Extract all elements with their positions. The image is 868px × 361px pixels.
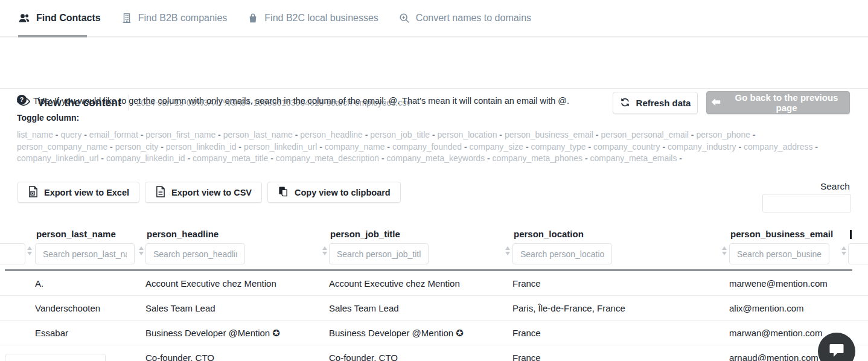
column-filter-person-job-title[interactable]	[329, 243, 429, 264]
column-header-person-business-email: person_business_email	[730, 229, 833, 239]
toggle-column-item[interactable]: person_headline	[300, 130, 363, 139]
toggle-column-item[interactable]: person_linkedin_id	[166, 142, 237, 152]
toggle-column-item[interactable]: company_meta_emails	[590, 153, 677, 163]
toggle-column-separator: -	[107, 142, 115, 152]
toggle-column-item[interactable]: email_format	[89, 130, 138, 139]
sort-toggle-icon[interactable]	[138, 246, 144, 255]
active-tab-underline	[18, 35, 87, 37]
table-row[interactable]: Co-founder, CTO Co-founder, CTO France a…	[0, 345, 868, 361]
copy-clipboard-label: Copy view to clipboard	[295, 188, 391, 197]
toggle-column-item[interactable]: company_country	[593, 142, 660, 152]
column-filter-input-clipped-left[interactable]	[0, 243, 25, 264]
toggle-column-separator: -	[812, 142, 818, 152]
column-filter-person-location[interactable]	[512, 243, 612, 264]
tab-label: Find Contacts	[36, 13, 101, 24]
toggle-column-separator: -	[385, 142, 392, 152]
toggle-column-item[interactable]: company_industry	[668, 142, 736, 152]
tab-find-b2c-local-businesses[interactable]: Find B2C local businesses	[247, 13, 378, 24]
refresh-icon	[620, 97, 630, 109]
column-header-person-last-name: person_last_name	[36, 229, 116, 239]
toggle-column-separator: -	[677, 153, 682, 163]
toggle-column-separator: -	[586, 142, 593, 152]
toggle-column-item[interactable]: company_name	[325, 142, 385, 152]
column-filter-person-business-email[interactable]	[729, 243, 829, 264]
toggle-column-separator: -	[215, 130, 223, 139]
column-filter-input-clipped-right[interactable]	[848, 243, 868, 264]
column-filter-person-last-name[interactable]	[35, 243, 135, 264]
toggle-column-item[interactable]: company_meta_title	[193, 153, 268, 163]
toggle-column-separator: -	[293, 130, 300, 139]
cell-person-business-email: alix@mention.com	[729, 296, 804, 321]
sort-toggle-icon[interactable]	[841, 246, 847, 255]
cell-person-job-title: Sales Team Lead	[329, 296, 399, 321]
toggle-column-item[interactable]: company_address	[744, 142, 812, 152]
tab-label: Find B2B companies	[138, 13, 228, 24]
toggle-column-separator: -	[660, 142, 668, 152]
toggle-column-item[interactable]: person_city	[115, 142, 159, 152]
export-csv-label: Export view to CSV	[171, 188, 252, 197]
table-row[interactable]: Vanderschooten Sales Team Lead Sales Tea…	[0, 296, 868, 321]
toggle-column-item[interactable]: person_personal_email	[601, 130, 689, 139]
toggle-column-item[interactable]: company_type	[531, 142, 586, 152]
tab-find-contacts[interactable]: Find Contacts	[18, 13, 101, 24]
top-tab-bar: Find Contacts Find B2B companies Find B2…	[0, 0, 868, 37]
magnifier-icon	[399, 13, 410, 24]
row-inline-input-box[interactable]	[5, 354, 106, 361]
toggle-column-separator: -	[158, 142, 165, 152]
sort-toggle-icon[interactable]	[721, 246, 727, 255]
table-row[interactable]: A. Account Executive chez Mention Accoun…	[0, 271, 868, 296]
toggle-column-item[interactable]: person_first_name	[145, 130, 215, 139]
toggle-column-item[interactable]: person_job_title	[370, 130, 430, 139]
toggle-column-separator: -	[582, 153, 590, 163]
sort-toggle-icon[interactable]	[322, 246, 328, 255]
toggle-column-item[interactable]: list_name	[17, 130, 53, 139]
export-csv-button[interactable]: Export view to CSV	[145, 182, 262, 203]
cell-person-location: France	[512, 345, 541, 361]
toggle-column-item[interactable]: company_meta_phones	[493, 153, 582, 163]
toggle-column-separator: -	[138, 130, 145, 139]
toggle-column-separator: -	[185, 153, 193, 163]
toggle-column-separator: -	[81, 130, 89, 139]
cell-person-business-email: marwene@mention.com	[729, 271, 828, 296]
tips-row: ? Tips: If you would like to get the col…	[17, 95, 569, 106]
cell-person-headline: Co-founder, CTO	[145, 345, 214, 361]
toggle-column-separator: -	[462, 142, 469, 152]
csv-file-icon	[155, 186, 165, 199]
toggle-column-item[interactable]: person_last_name	[223, 130, 293, 139]
tab-label: Convert names to domains	[416, 13, 531, 24]
copy-clipboard-button[interactable]: Copy view to clipboard	[267, 182, 401, 203]
export-toolbar: Export view to Excel Export view to CSV …	[18, 182, 401, 203]
toggle-column-item[interactable]: company_size	[470, 142, 524, 152]
global-search-input[interactable]	[762, 194, 851, 212]
page-header: View the content 2024-Jan-13-03%3A47%3A3…	[0, 39, 868, 89]
chat-bubble-icon	[828, 342, 846, 361]
tab-convert-names-to-domains[interactable]: Convert names to domains	[399, 13, 531, 24]
sort-toggle-icon[interactable]	[505, 246, 511, 255]
toggle-column-separator: -	[379, 153, 386, 163]
toggle-column-item[interactable]: person_company_name	[17, 142, 107, 152]
column-filter-person-headline[interactable]	[145, 243, 245, 264]
global-search-label: Search	[820, 181, 850, 192]
go-back-button[interactable]: Go back to the previous page	[706, 91, 850, 114]
toggle-column-item[interactable]: company_meta_description	[276, 153, 379, 163]
cell-person-location: France	[512, 271, 541, 296]
toggle-column-item[interactable]: company_founded	[392, 142, 462, 152]
toggle-column-item[interactable]: company_meta_keywords	[387, 153, 485, 163]
toggle-column-item[interactable]: person_phone	[696, 130, 750, 139]
toggle-column-separator: -	[593, 130, 601, 139]
toggle-column-item[interactable]: company_linkedin_id	[106, 153, 185, 163]
table-row[interactable]: Essabar Business Developer @Mention ✪ Bu…	[0, 321, 868, 345]
toggle-column-item[interactable]: person_location	[438, 130, 497, 139]
toggle-column-item[interactable]: company_linkedin_url	[17, 153, 98, 163]
toggle-column-list: list_name - query - email_format - perso…	[17, 129, 823, 165]
toggle-column-separator: -	[98, 153, 106, 163]
refresh-data-button[interactable]: Refresh data	[613, 92, 698, 114]
toggle-column-item[interactable]: person_linkedin_url	[244, 142, 317, 152]
tab-label: Find B2C local businesses	[264, 13, 378, 24]
tab-find-b2b-companies[interactable]: Find B2B companies	[121, 13, 228, 24]
export-excel-button[interactable]: Export view to Excel	[18, 182, 139, 203]
sort-toggle-icon[interactable]	[27, 246, 33, 255]
toggle-column-item[interactable]: query	[60, 130, 81, 139]
toggle-column-item[interactable]: person_business_email	[505, 130, 593, 139]
cell-person-location: France	[512, 321, 541, 345]
